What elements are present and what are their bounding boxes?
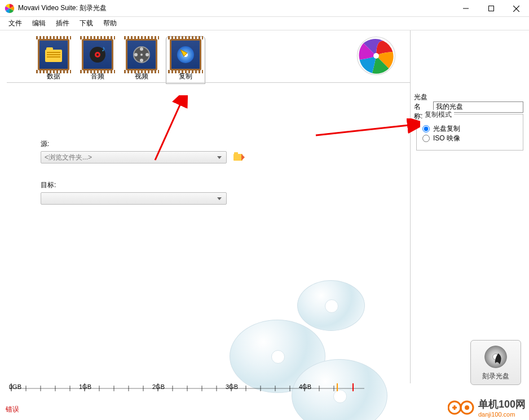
menu-edit[interactable]: 编辑 xyxy=(27,17,51,30)
disc-decoration-icon xyxy=(297,280,365,331)
source-dropdown[interactable]: <浏览文件夹...> xyxy=(41,151,227,163)
ruler-tick-1: 1GB xyxy=(79,383,91,390)
ruler-tick-3: 3GB xyxy=(226,383,238,390)
minimize-button[interactable] xyxy=(453,0,478,17)
svg-point-19 xyxy=(140,59,143,62)
menu-help[interactable]: 帮助 xyxy=(98,17,122,30)
window-controls xyxy=(453,0,529,16)
svg-text:♪: ♪ xyxy=(102,46,105,53)
watermark-name: 单机100网 xyxy=(478,397,526,411)
menu-plugin[interactable]: 插件 xyxy=(51,17,74,30)
watermark-icon xyxy=(448,399,475,416)
menu-download[interactable]: 下载 xyxy=(74,17,98,30)
svg-rect-25 xyxy=(234,152,238,155)
radio-iso-row[interactable]: ISO 映像 xyxy=(422,134,517,143)
fieldset-title: 复制模式 xyxy=(422,110,454,120)
size-ruler: 0GB 1GB 2GB 3GB 4GB xyxy=(9,383,520,400)
audio-carpet-icon: ♪ xyxy=(82,39,113,70)
svg-point-60 xyxy=(465,405,469,410)
data-carpet-icon xyxy=(38,39,69,70)
radio-iso-label: ISO 映像 xyxy=(433,134,460,143)
svg-point-21 xyxy=(140,54,143,56)
radio-disc-copy-label: 光盘复制 xyxy=(433,124,460,134)
tab-audio[interactable]: ♪ 音频 xyxy=(78,36,117,84)
source-label: 源: xyxy=(41,139,404,149)
ruler-tick-4: 4GB xyxy=(299,383,311,390)
close-button[interactable] xyxy=(504,0,529,17)
error-text: 错误 xyxy=(6,405,19,414)
tab-video[interactable]: 视频 xyxy=(122,36,161,84)
titlebar: Movavi Video Suite: 刻录光盘 xyxy=(0,0,529,17)
ruler-tick-2: 2GB xyxy=(152,383,165,390)
radio-iso[interactable] xyxy=(422,135,430,142)
svg-point-14 xyxy=(96,54,99,56)
window-title: Movavi Video Suite: 刻录光盘 xyxy=(18,3,107,13)
radio-disc-copy[interactable] xyxy=(422,125,430,132)
svg-rect-9 xyxy=(47,52,60,53)
target-label: 目标: xyxy=(41,180,404,190)
video-carpet-icon xyxy=(126,39,157,70)
menu-file[interactable]: 文件 xyxy=(3,17,27,30)
burn-disc-icon xyxy=(483,344,508,369)
svg-point-17 xyxy=(140,47,143,51)
tab-copy[interactable]: 复制 xyxy=(166,36,205,84)
target-dropdown[interactable] xyxy=(41,192,227,205)
browse-folder-icon[interactable] xyxy=(233,152,245,163)
svg-point-18 xyxy=(146,53,149,56)
watermark: 单机100网 danji100.com xyxy=(448,397,526,418)
svg-rect-10 xyxy=(47,54,60,55)
svg-rect-8 xyxy=(46,47,53,51)
burn-button[interactable]: 刻录光盘 xyxy=(470,340,521,385)
svg-rect-2 xyxy=(488,6,493,11)
svg-rect-7 xyxy=(45,50,62,62)
svg-rect-11 xyxy=(47,56,60,58)
left-panel: 数据 ♪ 音频 视频 复制 xyxy=(0,30,411,383)
content-area: 源: <浏览文件夹...> 目标: xyxy=(7,82,410,383)
tab-data[interactable]: 数据 xyxy=(34,36,73,84)
ruler-tick-0: 0GB xyxy=(9,383,21,390)
svg-point-20 xyxy=(134,53,138,56)
source-placeholder: <浏览文件夹...> xyxy=(45,153,92,162)
copy-carpet-icon xyxy=(170,39,201,70)
maximize-button[interactable] xyxy=(478,0,504,17)
mode-tabs: 数据 ♪ 音频 视频 复制 xyxy=(0,30,410,84)
main-area: 数据 ♪ 音频 视频 复制 xyxy=(0,30,529,383)
radio-disc-copy-row[interactable]: 光盘复制 xyxy=(422,124,517,134)
right-panel: 光盘名称: 复制模式 光盘复制 ISO 映像 xyxy=(411,30,529,383)
burn-label: 刻录光盘 xyxy=(482,372,509,381)
footer: 0GB 1GB 2GB 3GB 4GB 错误 单机100网 danji100.c… xyxy=(0,383,529,420)
watermark-url: danji100.com xyxy=(478,411,526,418)
app-icon xyxy=(5,3,15,14)
menubar: 文件 编辑 插件 下载 帮助 xyxy=(0,17,529,30)
